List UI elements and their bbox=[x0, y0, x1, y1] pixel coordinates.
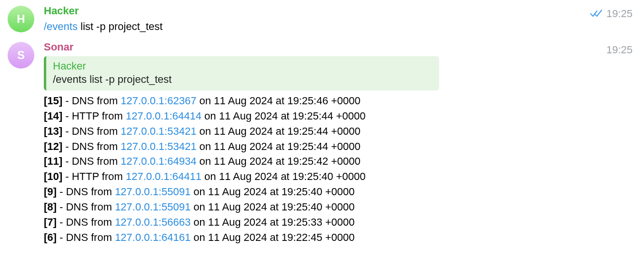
event-source-link[interactable]: 127.0.0.1:64411 bbox=[126, 170, 201, 182]
event-protocol: - DNS from bbox=[57, 231, 115, 243]
event-protocol: - HTTP from bbox=[62, 170, 126, 182]
event-id: [15] bbox=[44, 95, 62, 107]
event-id: [11] bbox=[44, 155, 62, 167]
event-protocol: - DNS from bbox=[62, 140, 121, 152]
event-id: [9] bbox=[44, 186, 57, 198]
read-checks-icon bbox=[590, 10, 603, 18]
event-line: [9] - DNS from 127.0.0.1:55091 on 11 Aug… bbox=[44, 184, 636, 199]
event-source-link[interactable]: 127.0.0.1:56663 bbox=[115, 216, 191, 228]
message-text[interactable]: /events list -p project_test bbox=[44, 19, 636, 34]
event-timestamp: on 11 Aug 2024 at 19:25:40 +0000 bbox=[201, 170, 365, 182]
reply-preview[interactable]: Hacker /events list -p project_test bbox=[44, 56, 439, 90]
event-id: [6] bbox=[44, 231, 57, 243]
event-source-link[interactable]: 127.0.0.1:64934 bbox=[121, 155, 196, 167]
message-body: Sonar Hacker /events list -p project_tes… bbox=[44, 41, 636, 245]
sender-name[interactable]: Sonar bbox=[44, 41, 73, 53]
event-protocol: - DNS from bbox=[62, 95, 121, 107]
event-timestamp: on 11 Aug 2024 at 19:25:40 +0000 bbox=[191, 201, 354, 213]
reply-text: /events list -p project_test bbox=[53, 73, 433, 86]
message-meta: 19:25 bbox=[590, 8, 633, 20]
message-time: 19:25 bbox=[606, 44, 633, 56]
event-line: [11] - DNS from 127.0.0.1:64934 on 11 Au… bbox=[44, 154, 636, 169]
event-timestamp: on 11 Aug 2024 at 19:25:33 +0000 bbox=[191, 216, 354, 228]
event-line: [14] - HTTP from 127.0.0.1:64414 on 11 A… bbox=[44, 109, 636, 124]
event-source-link[interactable]: 127.0.0.1:53421 bbox=[121, 140, 196, 152]
event-line: [15] - DNS from 127.0.0.1:62367 on 11 Au… bbox=[44, 93, 636, 109]
event-line: [13] - DNS from 127.0.0.1:53421 on 11 Au… bbox=[44, 124, 636, 139]
message-meta: 19:25 bbox=[606, 44, 633, 56]
event-timestamp: on 11 Aug 2024 at 19:25:44 +0000 bbox=[196, 125, 360, 137]
avatar[interactable]: H bbox=[8, 6, 34, 32]
event-timestamp: on 11 Aug 2024 at 19:22:45 +0000 bbox=[191, 231, 354, 243]
command-args: list -p project_test bbox=[78, 20, 163, 32]
event-timestamp: on 11 Aug 2024 at 19:25:44 +0000 bbox=[201, 110, 365, 122]
events-list: [15] - DNS from 127.0.0.1:62367 on 11 Au… bbox=[44, 93, 636, 245]
event-id: [8] bbox=[44, 201, 57, 213]
event-source-link[interactable]: 127.0.0.1:53421 bbox=[121, 125, 196, 137]
event-timestamp: on 11 Aug 2024 at 19:25:42 +0000 bbox=[196, 155, 360, 167]
event-id: [14] bbox=[44, 110, 62, 122]
event-protocol: - DNS from bbox=[62, 125, 121, 137]
chat-container: H Hacker /events list -p project_test 19… bbox=[0, 0, 644, 245]
event-timestamp: on 11 Aug 2024 at 19:25:40 +0000 bbox=[191, 186, 354, 198]
event-protocol: - HTTP from bbox=[62, 110, 126, 122]
event-source-link[interactable]: 127.0.0.1:62367 bbox=[121, 95, 196, 107]
sender-name[interactable]: Hacker bbox=[44, 5, 79, 17]
message-body: Hacker /events list -p project_test bbox=[44, 5, 636, 34]
avatar[interactable]: S bbox=[8, 42, 34, 69]
event-source-link[interactable]: 127.0.0.1:55091 bbox=[115, 186, 191, 198]
event-protocol: - DNS from bbox=[57, 201, 115, 213]
event-id: [10] bbox=[44, 170, 62, 182]
event-source-link[interactable]: 127.0.0.1:55091 bbox=[115, 201, 191, 213]
message[interactable]: S Sonar Hacker /events list -p project_t… bbox=[8, 41, 636, 245]
event-id: [13] bbox=[44, 125, 62, 137]
event-id: [7] bbox=[44, 216, 57, 228]
event-line: [6] - DNS from 127.0.0.1:64161 on 11 Aug… bbox=[44, 230, 636, 245]
message[interactable]: H Hacker /events list -p project_test 19… bbox=[8, 5, 636, 34]
event-source-link[interactable]: 127.0.0.1:64161 bbox=[115, 231, 191, 243]
event-timestamp: on 11 Aug 2024 at 19:25:44 +0000 bbox=[196, 140, 360, 152]
event-line: [8] - DNS from 127.0.0.1:55091 on 11 Aug… bbox=[44, 199, 636, 215]
event-protocol: - DNS from bbox=[57, 186, 115, 198]
event-line: [12] - DNS from 127.0.0.1:53421 on 11 Au… bbox=[44, 139, 636, 154]
event-id: [12] bbox=[44, 140, 62, 152]
event-timestamp: on 11 Aug 2024 at 19:25:46 +0000 bbox=[196, 95, 360, 107]
message-time: 19:25 bbox=[606, 8, 633, 20]
event-line: [10] - HTTP from 127.0.0.1:64411 on 11 A… bbox=[44, 169, 636, 184]
reply-sender-name: Hacker bbox=[53, 60, 433, 72]
command-link[interactable]: /events bbox=[44, 20, 78, 32]
event-line: [7] - DNS from 127.0.0.1:56663 on 11 Aug… bbox=[44, 215, 636, 230]
event-protocol: - DNS from bbox=[57, 216, 115, 228]
event-source-link[interactable]: 127.0.0.1:64414 bbox=[126, 110, 201, 122]
event-protocol: - DNS from bbox=[62, 155, 121, 167]
